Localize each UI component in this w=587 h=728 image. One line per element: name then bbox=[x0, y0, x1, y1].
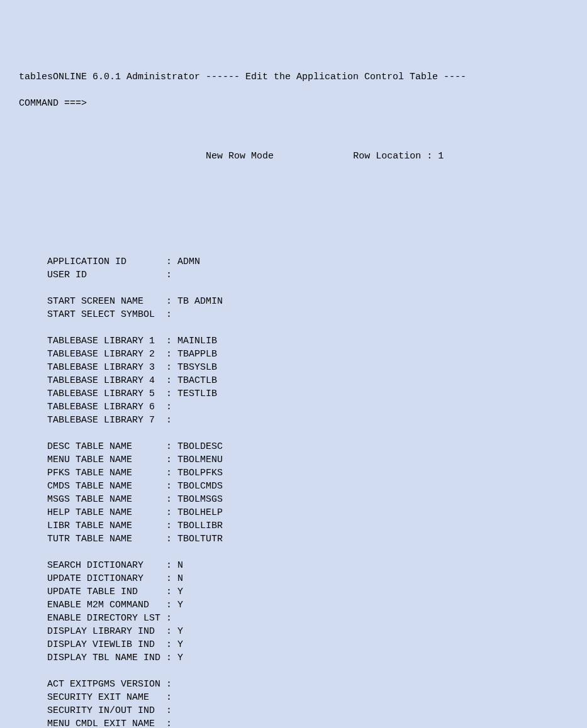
field-row-menu-table-name: MENU TABLE NAME : TBOLMENU bbox=[19, 453, 568, 466]
field-label-application-id: APPLICATION ID bbox=[47, 256, 160, 267]
field-row-cmds-table-name: CMDS TABLE NAME : TBOLCMDS bbox=[19, 480, 568, 493]
field-value-display-library-ind[interactable]: Y bbox=[177, 626, 183, 637]
field-label-tablebase-library-4: TABLEBASE LIBRARY 4 bbox=[47, 375, 160, 386]
row-location-label: Row Location bbox=[353, 151, 421, 162]
field-row-tablebase-library-6: TABLEBASE LIBRARY 6 : bbox=[19, 400, 568, 414]
blank-row bbox=[19, 427, 568, 440]
field-row-application-id: APPLICATION ID : ADMN bbox=[19, 255, 568, 268]
field-value-update-dictionary[interactable]: N bbox=[177, 573, 183, 584]
field-row-security-exit-name: SECURITY EXIT NAME : bbox=[19, 691, 568, 704]
field-label-start-screen-name: START SCREEN NAME bbox=[47, 296, 160, 307]
field-value-cmds-table-name[interactable]: TBOLCMDS bbox=[177, 481, 223, 492]
field-value-search-dictionary[interactable]: N bbox=[177, 560, 183, 571]
field-value-tablebase-library-1[interactable]: MAINLIB bbox=[177, 336, 217, 346]
field-value-menu-table-name[interactable]: TBOLMENU bbox=[177, 455, 223, 465]
command-line: COMMAND ===> bbox=[19, 97, 568, 110]
command-input[interactable] bbox=[92, 98, 168, 109]
field-label-menu-table-name: MENU TABLE NAME bbox=[47, 455, 160, 465]
field-row-pfks-table-name: PFKS TABLE NAME : TBOLPFKS bbox=[19, 466, 568, 480]
field-label-tablebase-library-2: TABLEBASE LIBRARY 2 bbox=[47, 349, 160, 360]
field-label-act-exitpgms-version: ACT EXITPGMS VERSION bbox=[47, 679, 160, 690]
field-label-display-library-ind: DISPLAY LIBRARY IND bbox=[47, 626, 160, 637]
field-label-cmds-table-name: CMDS TABLE NAME bbox=[47, 481, 160, 492]
field-row-enable-directory-lst: ENABLE DIRECTORY LST : bbox=[19, 612, 568, 625]
field-row-display-tbl-name-ind: DISPLAY TBL NAME IND : Y bbox=[19, 651, 568, 665]
field-label-pfks-table-name: PFKS TABLE NAME bbox=[47, 468, 160, 478]
field-row-enable-m2m-command: ENABLE M2M COMMAND : Y bbox=[19, 598, 568, 612]
blank-row bbox=[19, 176, 568, 189]
header-title: tablesONLINE 6.0.1 Administrator ------ … bbox=[19, 70, 568, 84]
field-label-desc-table-name: DESC TABLE NAME bbox=[47, 441, 160, 452]
field-value-tutr-table-name[interactable]: TBOLTUTR bbox=[177, 534, 223, 544]
field-row-search-dictionary: SEARCH DICTIONARY : N bbox=[19, 559, 568, 572]
field-label-msgs-table-name: MSGS TABLE NAME bbox=[47, 494, 160, 505]
field-label-menu-cmdl-exit-name: MENU CMDL EXIT NAME bbox=[47, 719, 160, 728]
blank-row bbox=[19, 202, 568, 216]
field-value-tablebase-library-2[interactable]: TBAPPLB bbox=[177, 349, 217, 360]
field-row-display-library-ind: DISPLAY LIBRARY IND : Y bbox=[19, 625, 568, 638]
field-value-pfks-table-name[interactable]: TBOLPFKS bbox=[177, 468, 223, 478]
field-row-tablebase-library-4: TABLEBASE LIBRARY 4 : TBACTLB bbox=[19, 374, 568, 387]
blank-row bbox=[19, 321, 568, 334]
field-row-update-dictionary: UPDATE DICTIONARY : N bbox=[19, 572, 568, 585]
field-label-search-dictionary: SEARCH DICTIONARY bbox=[47, 560, 160, 571]
field-value-desc-table-name[interactable]: TBOLDESC bbox=[177, 441, 223, 452]
field-row-start-select-symbol: START SELECT SYMBOL : bbox=[19, 308, 568, 321]
field-row-menu-cmdl-exit-name: MENU CMDL EXIT NAME : bbox=[19, 717, 568, 728]
field-value-tablebase-library-3[interactable]: TBSYSLB bbox=[177, 362, 217, 373]
field-row-msgs-table-name: MSGS TABLE NAME : TBOLMSGS bbox=[19, 493, 568, 506]
field-value-tablebase-library-5[interactable]: TESTLIB bbox=[177, 389, 217, 399]
field-value-update-table-ind[interactable]: Y bbox=[177, 587, 183, 597]
blank-row bbox=[19, 123, 568, 136]
mode-row: New Row Mode Row Location : 1 bbox=[19, 150, 568, 163]
field-value-start-screen-name[interactable]: TB ADMIN bbox=[177, 296, 223, 307]
field-row-libr-table-name: LIBR TABLE NAME : TBOLLIBR bbox=[19, 519, 568, 532]
field-row-act-exitpgms-version: ACT EXITPGMS VERSION : bbox=[19, 678, 568, 691]
field-value-display-viewlib-ind[interactable]: Y bbox=[177, 639, 183, 650]
field-label-update-dictionary: UPDATE DICTIONARY bbox=[47, 573, 160, 584]
field-row-desc-table-name: DESC TABLE NAME : TBOLDESC bbox=[19, 440, 568, 453]
field-row-tablebase-library-3: TABLEBASE LIBRARY 3 : TBSYSLB bbox=[19, 361, 568, 374]
field-row-display-viewlib-ind: DISPLAY VIEWLIB IND : Y bbox=[19, 638, 568, 651]
field-label-display-viewlib-ind: DISPLAY VIEWLIB IND bbox=[47, 639, 160, 650]
field-label-tablebase-library-7: TABLEBASE LIBRARY 7 bbox=[47, 415, 160, 426]
field-label-tutr-table-name: TUTR TABLE NAME bbox=[47, 534, 160, 544]
field-label-update-table-ind: UPDATE TABLE IND bbox=[47, 587, 160, 597]
field-value-application-id[interactable]: ADMN bbox=[177, 256, 200, 267]
blank-row bbox=[19, 229, 568, 242]
field-row-tablebase-library-7: TABLEBASE LIBRARY 7 : bbox=[19, 414, 568, 427]
mode-label: New Row Mode bbox=[206, 151, 274, 162]
row-location-value[interactable]: 1 bbox=[438, 151, 444, 162]
field-label-tablebase-library-5: TABLEBASE LIBRARY 5 bbox=[47, 389, 160, 399]
field-label-enable-m2m-command: ENABLE M2M COMMAND bbox=[47, 600, 160, 610]
field-row-security-in-out-ind: SECURITY IN/OUT IND : bbox=[19, 704, 568, 717]
field-label-display-tbl-name-ind: DISPLAY TBL NAME IND bbox=[47, 653, 160, 663]
blank-row bbox=[19, 665, 568, 678]
field-label-tablebase-library-3: TABLEBASE LIBRARY 3 bbox=[47, 362, 160, 373]
field-row-tablebase-library-2: TABLEBASE LIBRARY 2 : TBAPPLB bbox=[19, 348, 568, 361]
field-label-start-select-symbol: START SELECT SYMBOL bbox=[47, 309, 160, 320]
blank-row bbox=[19, 546, 568, 559]
field-label-help-table-name: HELP TABLE NAME bbox=[47, 507, 160, 518]
field-value-tablebase-library-4[interactable]: TBACTLB bbox=[177, 375, 217, 386]
field-row-update-table-ind: UPDATE TABLE IND : Y bbox=[19, 585, 568, 598]
field-label-enable-directory-lst: ENABLE DIRECTORY LST bbox=[47, 613, 160, 624]
field-row-tutr-table-name: TUTR TABLE NAME : TBOLTUTR bbox=[19, 532, 568, 546]
field-row-tablebase-library-5: TABLEBASE LIBRARY 5 : TESTLIB bbox=[19, 387, 568, 400]
field-label-libr-table-name: LIBR TABLE NAME bbox=[47, 521, 160, 531]
field-row-tablebase-library-1: TABLEBASE LIBRARY 1 : MAINLIB bbox=[19, 334, 568, 348]
field-value-libr-table-name[interactable]: TBOLLIBR bbox=[177, 521, 223, 531]
blank-row bbox=[19, 282, 568, 295]
field-label-user-id: USER ID bbox=[47, 270, 160, 280]
field-label-tablebase-library-1: TABLEBASE LIBRARY 1 bbox=[47, 336, 160, 346]
field-label-tablebase-library-6: TABLEBASE LIBRARY 6 bbox=[47, 402, 160, 412]
field-value-help-table-name[interactable]: TBOLHELP bbox=[177, 507, 223, 518]
field-value-enable-m2m-command[interactable]: Y bbox=[177, 600, 183, 610]
command-prefix: COMMAND ===> bbox=[19, 98, 87, 109]
field-value-display-tbl-name-ind[interactable]: Y bbox=[177, 653, 183, 663]
field-row-user-id: USER ID : bbox=[19, 268, 568, 282]
field-value-msgs-table-name[interactable]: TBOLMSGS bbox=[177, 494, 223, 505]
field-label-security-in-out-ind: SECURITY IN/OUT IND bbox=[47, 705, 160, 716]
field-row-help-table-name: HELP TABLE NAME : TBOLHELP bbox=[19, 506, 568, 519]
field-row-start-screen-name: START SCREEN NAME : TB ADMIN bbox=[19, 295, 568, 308]
